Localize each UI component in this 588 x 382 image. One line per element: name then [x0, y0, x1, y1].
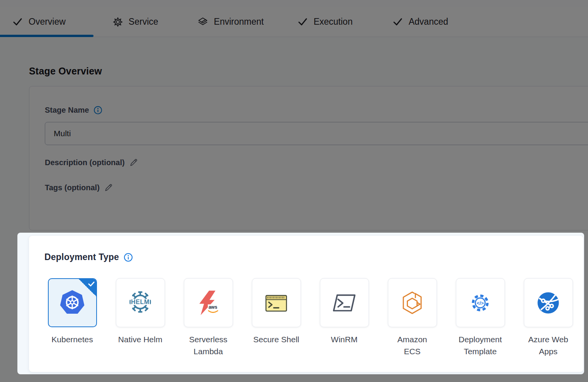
deployment-type-label: Native Helm	[118, 333, 162, 345]
tab-label: Overview	[29, 17, 66, 27]
tab-advanced[interactable]: Advanced	[393, 17, 448, 27]
kubernetes-card[interactable]	[48, 278, 97, 327]
info-icon[interactable]	[124, 253, 133, 262]
deployment-type-secure-shell[interactable]: Secure Shell	[242, 278, 310, 357]
secure-shell-card[interactable]	[252, 278, 301, 327]
edit-pencil-icon[interactable]	[129, 158, 138, 167]
stage-name-input[interactable]	[45, 122, 588, 145]
tab-label: Environment	[214, 17, 264, 27]
serverless-lambda-icon: aws	[195, 289, 222, 316]
deployment-type-azure-web-apps[interactable]: Azure Web Apps	[514, 278, 582, 357]
deployment-type-label: WinRM	[331, 333, 358, 345]
serverless-lambda-card[interactable]: aws	[184, 278, 233, 327]
deployment-type-label: Secure Shell	[253, 333, 299, 345]
stage-content: Stage Overview Stage Name Description (o…	[0, 37, 588, 382]
deployment-type-heading-row: Deployment Type	[44, 252, 133, 262]
check-icon	[12, 17, 23, 27]
amazon-ecs-icon	[399, 289, 426, 316]
svg-text:aws: aws	[209, 304, 218, 309]
selected-check-corner	[78, 279, 97, 297]
helm-card[interactable]: HELM	[116, 278, 165, 327]
check-icon	[393, 17, 403, 27]
description-label-row: Description (optional)	[45, 158, 138, 167]
deployment-type-serverless-lambda[interactable]: awsServerless Lambda	[174, 278, 242, 357]
tab-execution[interactable]: Execution	[297, 17, 353, 27]
deployment-type-title: Deployment Type	[44, 252, 119, 262]
winrm-card[interactable]	[320, 278, 369, 327]
tab-service[interactable]: Service	[113, 17, 158, 27]
check-icon	[297, 17, 308, 27]
deployment-type-helm[interactable]: HELMNative Helm	[106, 278, 174, 357]
edit-pencil-icon[interactable]	[104, 183, 113, 192]
deployment-type-kubernetes[interactable]: Kubernetes	[38, 278, 106, 357]
deployment-type-label: Amazon ECS	[397, 333, 427, 357]
layers-icon	[197, 17, 208, 27]
secure-shell-icon	[263, 290, 289, 316]
azure-web-apps-icon	[534, 289, 562, 317]
deployment-type-label: Deployment Template	[459, 333, 502, 357]
deployment-template-card[interactable]: </>	[456, 278, 505, 327]
svg-text:HELM: HELM	[131, 298, 150, 305]
gear-icon	[113, 17, 123, 27]
deployment-type-winrm[interactable]: WinRM	[310, 278, 378, 357]
tab-environment[interactable]: Environment	[197, 17, 264, 27]
svg-text:</>: </>	[477, 300, 484, 306]
winrm-icon	[331, 289, 358, 316]
azure-web-apps-card[interactable]	[524, 278, 573, 327]
stage-overview-card: Stage Name Description (optional) Tags (…	[29, 86, 588, 230]
stage-name-label-row: Stage Name	[45, 106, 102, 115]
tags-label: Tags (optional)	[45, 183, 100, 192]
deployment-type-label: Azure Web Apps	[528, 333, 568, 357]
deployment-type-deployment-template[interactable]: </>Deployment Template	[446, 278, 514, 357]
deployment-type-amazon-ecs[interactable]: Amazon ECS	[378, 278, 446, 357]
amazon-ecs-card[interactable]	[388, 278, 437, 327]
deployment-type-panel: Deployment Type KubernetesHELMNative Hel…	[29, 236, 583, 372]
description-label: Description (optional)	[45, 158, 125, 167]
page-title: Stage Overview	[29, 66, 102, 77]
tab-label: Advanced	[409, 17, 448, 27]
tab-label: Execution	[314, 17, 353, 27]
pipeline-canvas-dots	[0, 0, 588, 7]
deployment-type-label: Serverless Lambda	[189, 333, 227, 357]
stage-name-label: Stage Name	[45, 106, 89, 115]
deployment-template-icon: </>	[466, 289, 494, 317]
tab-label: Service	[129, 17, 158, 27]
helm-icon: HELM	[126, 288, 155, 318]
deployment-type-label: Kubernetes	[51, 333, 93, 345]
stage-tabs: OverviewServiceEnvironmentExecutionAdvan…	[0, 7, 588, 37]
deployment-type-section: Deployment Type KubernetesHELMNative Hel…	[17, 233, 584, 374]
tab-overview[interactable]: Overview	[12, 17, 66, 27]
tags-label-row: Tags (optional)	[45, 183, 113, 192]
stage-config-screen: OverviewServiceEnvironmentExecutionAdvan…	[0, 0, 588, 382]
info-icon[interactable]	[93, 106, 102, 115]
deployment-type-grid: KubernetesHELMNative HelmawsServerless L…	[38, 278, 582, 357]
